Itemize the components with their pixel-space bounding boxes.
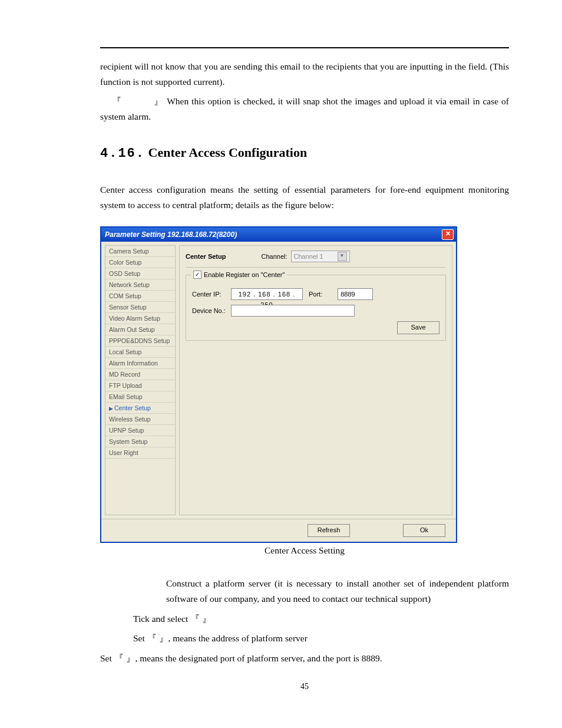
sidebar-item-ftp-upload[interactable]: FTP Upload bbox=[105, 380, 175, 391]
paragraph-set-ip: Set 『 』, means the address of platform s… bbox=[133, 631, 509, 646]
titlebar: Parameter Setting 192.168.168.72(8200) ✕ bbox=[101, 228, 456, 242]
paragraph-snapshot: 『 』 When this option is checked, it will… bbox=[100, 94, 509, 124]
content-panel: Center Setup Channel: Channel 1 ▼ ✓ Enab… bbox=[179, 245, 452, 515]
sidebar-item-upnp-setup[interactable]: UPNP Setup bbox=[105, 425, 175, 436]
port-input[interactable]: 8889 bbox=[338, 288, 373, 300]
sidebar-item-alarm-out-setup[interactable]: Alarm Out Setup bbox=[105, 324, 175, 335]
panel-title: Center Setup bbox=[186, 253, 226, 260]
save-button[interactable]: Save bbox=[397, 321, 439, 334]
channel-label: Channel: bbox=[261, 253, 287, 260]
ok-button[interactable]: Ok bbox=[403, 524, 445, 537]
sidebar-item-local-setup[interactable]: Local Setup bbox=[105, 347, 175, 358]
setup-sidebar: Camera Setup Color Setup OSD Setup Netwo… bbox=[105, 245, 176, 515]
paragraph-bcc: recipient will not know that you are sen… bbox=[100, 59, 509, 89]
device-no-input[interactable] bbox=[231, 305, 355, 317]
chevron-down-icon: ▼ bbox=[338, 252, 347, 261]
sidebar-item-email-setup[interactable]: EMail Setup bbox=[105, 391, 175, 403]
sidebar-item-com-setup[interactable]: COM Setup bbox=[105, 291, 175, 302]
figure-caption: Center Access Setting bbox=[100, 545, 509, 556]
sidebar-item-user-right[interactable]: User Right bbox=[105, 447, 175, 459]
section-heading: 4.16. Center Access Configuration bbox=[100, 145, 509, 161]
parameter-setting-dialog: Parameter Setting 192.168.168.72(8200) ✕… bbox=[100, 226, 457, 543]
sidebar-item-camera-setup[interactable]: Camera Setup bbox=[105, 246, 175, 257]
paragraph-construct: Construct a platform server (it is neces… bbox=[133, 576, 509, 606]
sidebar-item-osd-setup[interactable]: OSD Setup bbox=[105, 268, 175, 279]
sidebar-item-video-alarm-setup[interactable]: Video Alarm Setup bbox=[105, 313, 175, 324]
channel-dropdown[interactable]: Channel 1 ▼ bbox=[291, 251, 350, 262]
sidebar-item-sensor-setup[interactable]: Sensor Setup bbox=[105, 302, 175, 313]
window-title: Parameter Setting 192.168.168.72(8200) bbox=[105, 230, 237, 239]
center-fieldset: ✓ Enable Register on "Center" Center IP:… bbox=[186, 275, 446, 341]
sidebar-item-color-setup[interactable]: Color Setup bbox=[105, 257, 175, 268]
sidebar-item-network-setup[interactable]: Network Setup bbox=[105, 279, 175, 291]
device-no-label: Device No.: bbox=[192, 307, 227, 314]
paragraph-tick: Tick and select 『 』 bbox=[133, 611, 509, 627]
sidebar-item-pppoe-ddns-setup[interactable]: PPPOE&DDNS Setup bbox=[105, 335, 175, 347]
refresh-button[interactable]: Refresh bbox=[308, 524, 350, 537]
sidebar-item-alarm-information[interactable]: Alarm Information bbox=[105, 358, 175, 369]
enable-register-label: Enable Register on "Center" bbox=[204, 271, 285, 278]
center-ip-input[interactable]: 192 . 168 . 168 . 250 bbox=[231, 288, 303, 300]
sidebar-item-system-setup[interactable]: System Setup bbox=[105, 436, 175, 447]
sidebar-item-center-setup[interactable]: ▶Center Setup bbox=[105, 403, 175, 414]
close-button[interactable]: ✕ bbox=[442, 229, 454, 240]
paragraph-set-port: Set 『 』, means the designated port of pl… bbox=[100, 651, 509, 666]
port-label: Port: bbox=[309, 291, 322, 298]
selection-indicator-icon: ▶ bbox=[109, 406, 113, 411]
sidebar-item-md-record[interactable]: MD Record bbox=[105, 369, 175, 380]
sidebar-item-wireless-setup[interactable]: Wireless Setup bbox=[105, 414, 175, 425]
center-ip-label: Center IP: bbox=[192, 291, 227, 298]
enable-register-checkbox[interactable]: ✓ bbox=[193, 271, 201, 279]
page-number: 45 bbox=[100, 682, 509, 691]
paragraph-intro: Center access configuration means the se… bbox=[100, 182, 509, 212]
